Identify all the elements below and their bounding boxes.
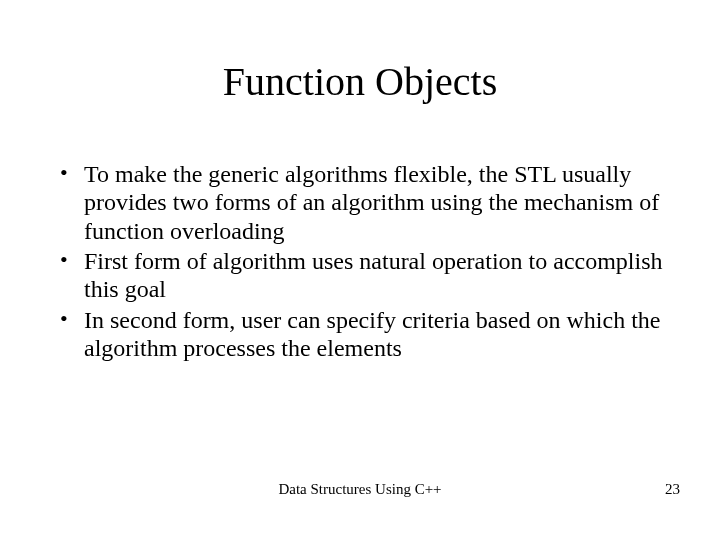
- page-number: 23: [665, 481, 680, 498]
- bullet-list: To make the generic algorithms flexible,…: [58, 160, 670, 362]
- list-item: To make the generic algorithms flexible,…: [58, 160, 670, 245]
- list-item: In second form, user can specify criteri…: [58, 306, 670, 363]
- footer-text: Data Structures Using C++: [0, 481, 720, 498]
- slide-title: Function Objects: [0, 58, 720, 105]
- list-item: First form of algorithm uses natural ope…: [58, 247, 670, 304]
- slide: Function Objects To make the generic alg…: [0, 0, 720, 540]
- slide-body: To make the generic algorithms flexible,…: [58, 160, 670, 364]
